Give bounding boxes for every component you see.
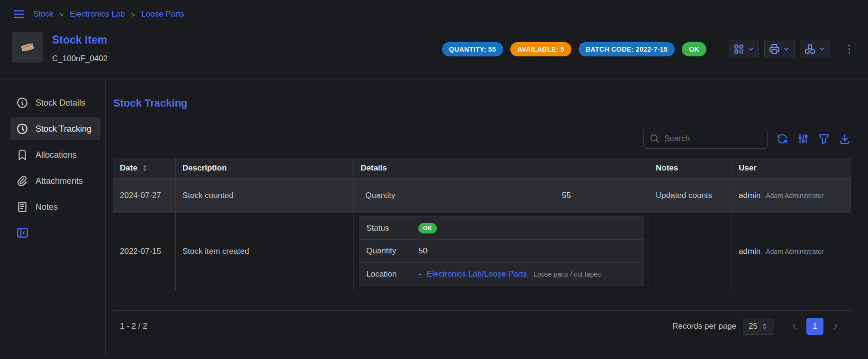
- sidebar-item-label: Notes: [36, 202, 58, 212]
- detail-value: 50: [418, 246, 427, 256]
- part-thumbnail[interactable]: [12, 32, 43, 63]
- detail-key: Status: [366, 224, 418, 233]
- location-prefix: -: [418, 269, 421, 279]
- location-link[interactable]: Electronics Lab/Loose Parts: [427, 269, 527, 279]
- detail-row-location: Location - Electronics Lab/Loose Parts L…: [359, 263, 644, 286]
- search-box[interactable]: [643, 129, 768, 149]
- cell-user: admin Adam Administrator: [732, 179, 851, 212]
- panel-title: Stock Tracking: [113, 97, 851, 109]
- cell-description: Stock counted: [175, 179, 353, 212]
- sidebar: Stock Details Stock Tracking Allocations: [0, 80, 106, 355]
- detail-key: Location: [366, 269, 418, 279]
- barcode-actions-button[interactable]: [729, 40, 759, 58]
- breadcrumb-link-stock[interactable]: Stock: [33, 9, 54, 19]
- refresh-icon[interactable]: [776, 133, 788, 145]
- cell-details: Quantity 55: [353, 179, 649, 212]
- chevron-down-icon: [747, 45, 755, 53]
- batch-code-badge: BATCH CODE: 2022-7-15: [579, 42, 675, 56]
- sidebar-item-label: Stock Tracking: [36, 124, 91, 134]
- breadcrumb-link-electronics-lab[interactable]: Electronics Lab: [70, 9, 125, 19]
- capacitor-image: [18, 38, 37, 57]
- sidebar-collapse-icon[interactable]: [16, 226, 29, 239]
- qrcode-icon: [733, 43, 745, 55]
- sidebar-item-label: Stock Details: [36, 98, 85, 108]
- cell-notes: [649, 213, 732, 290]
- cell-date: 2022-07-15: [113, 213, 175, 290]
- stock-actions-button[interactable]: [800, 40, 830, 58]
- detail-row-quantity: Quantity 50: [359, 240, 644, 263]
- detail-key: Quantity: [366, 246, 418, 256]
- quantity-badge: QUANTITY: 55: [442, 42, 503, 56]
- download-icon[interactable]: [839, 133, 851, 145]
- table-toolbar: [113, 129, 851, 149]
- sidebar-item-label: Attachments: [36, 176, 83, 186]
- sidebar-item-notes[interactable]: Notes: [10, 196, 100, 218]
- username: admin: [739, 191, 760, 200]
- next-page-button[interactable]: [827, 318, 844, 335]
- column-header-notes[interactable]: Notes: [649, 158, 732, 178]
- breadcrumb-link-loose-parts[interactable]: Loose Parts: [141, 9, 184, 19]
- column-header-description[interactable]: Description: [175, 158, 353, 178]
- sort-icon[interactable]: [141, 164, 149, 172]
- sidebar-item-stock-details[interactable]: Stock Details: [10, 91, 100, 114]
- column-header-details[interactable]: Details: [353, 158, 649, 178]
- table-header-row: Date Description Details Notes: [113, 158, 851, 179]
- location-description: Loose parts / cut tapes: [533, 270, 601, 278]
- filter-icon[interactable]: [818, 133, 830, 145]
- notes-icon: [16, 201, 28, 213]
- sidebar-item-attachments[interactable]: Attachments: [10, 170, 100, 192]
- paperclip-icon: [16, 175, 28, 187]
- print-actions-button[interactable]: [764, 40, 795, 58]
- chevron-down-icon: [818, 45, 826, 53]
- info-icon: [16, 97, 28, 109]
- page-header: Stock Item C_100nF_0402 QUANTITY: 55 AVA…: [0, 27, 868, 80]
- status-badge: OK: [682, 42, 706, 56]
- stock-tracking-table: Date Description Details Notes: [113, 158, 851, 342]
- previous-page-button[interactable]: [786, 318, 803, 335]
- table-row[interactable]: 2022-07-15 Stock item created Status OK …: [113, 213, 851, 290]
- search-input[interactable]: [664, 134, 761, 144]
- menu-icon[interactable]: [12, 8, 26, 21]
- chevron-right-icon: [832, 322, 840, 331]
- pagination: 1: [786, 318, 844, 335]
- username: admin: [739, 247, 760, 256]
- table-row[interactable]: 2024-07-27 Stock counted Quantity 55 Upd…: [113, 179, 851, 213]
- record-range: 1 - 2 / 2: [120, 322, 147, 331]
- records-per-page-value: 25: [749, 322, 758, 331]
- stock-actions-icon: [804, 43, 816, 55]
- table-footer: 1 - 2 / 2 Records per page 25: [113, 310, 851, 342]
- records-per-page-select[interactable]: 25: [743, 318, 774, 335]
- column-header-user[interactable]: User: [732, 158, 851, 178]
- records-per-page-label: Records per page: [672, 322, 736, 331]
- detail-value: 55: [562, 191, 571, 200]
- adjustments-icon[interactable]: [797, 133, 809, 145]
- chevron-left-icon: [790, 322, 798, 331]
- chevron-down-icon: [782, 45, 790, 53]
- detail-key: Quantity: [365, 191, 417, 200]
- user-full-name: Adam Administrator: [766, 248, 823, 255]
- available-badge: AVAILABLE: 5: [510, 42, 571, 56]
- cell-date: 2024-07-27: [113, 179, 175, 212]
- header-actions: [729, 40, 830, 58]
- printer-icon: [769, 43, 780, 55]
- search-icon: [650, 134, 660, 144]
- page-number-button[interactable]: 1: [806, 318, 823, 335]
- breadcrumb: Stock > Electronics Lab > Loose Parts: [33, 9, 184, 19]
- main-panel: Stock Tracking: [106, 80, 868, 355]
- bookmark-icon: [16, 149, 28, 161]
- cell-details: Status OK Quantity 50 Location - Electro…: [353, 213, 649, 290]
- page-title: Stock Item: [52, 34, 108, 46]
- sidebar-item-allocations[interactable]: Allocations: [10, 144, 100, 166]
- panel-divider: [113, 120, 851, 120]
- dots-menu-icon[interactable]: [843, 43, 856, 55]
- detail-row-status: Status OK: [359, 216, 644, 240]
- status-ok-badge: OK: [418, 223, 437, 233]
- sidebar-item-stock-tracking[interactable]: Stock Tracking: [10, 117, 100, 140]
- user-full-name: Adam Administrator: [766, 192, 823, 199]
- column-header-date[interactable]: Date: [113, 158, 175, 178]
- cell-notes: Updated counts: [649, 179, 732, 212]
- sidebar-item-label: Allocations: [36, 150, 77, 160]
- breadcrumb-separator: >: [60, 10, 64, 18]
- breadcrumb-separator: >: [131, 10, 136, 18]
- topbar: Stock > Electronics Lab > Loose Parts: [0, 0, 868, 27]
